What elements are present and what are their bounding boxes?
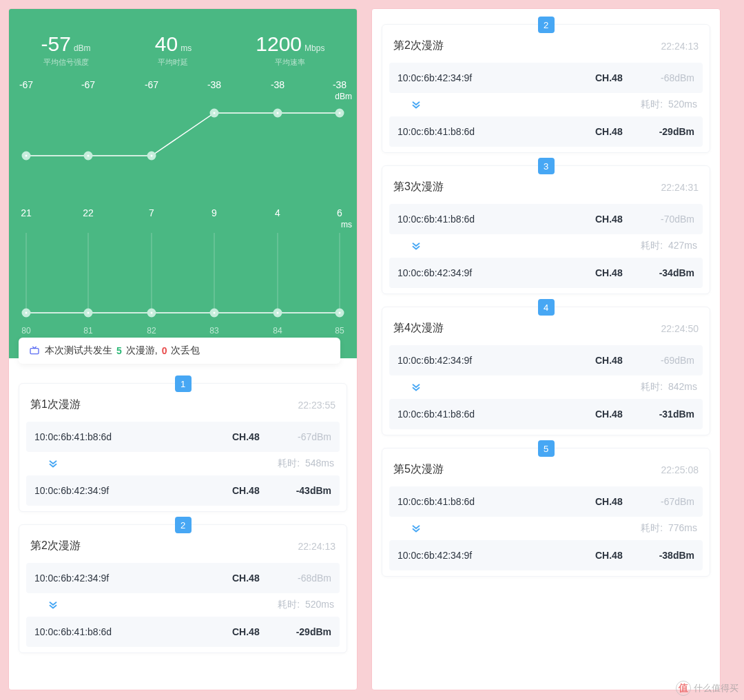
mac-address: 10:0c:6b:42:34:9f — [34, 573, 232, 584]
svg-text:4: 4 — [275, 207, 280, 218]
roam-title: 第4次漫游 — [393, 321, 444, 336]
watermark-logo-icon: 值 — [676, 681, 691, 696]
mac-address: 10:0c:6b:41:b8:6d — [34, 626, 232, 637]
stat-latency-value: 40 — [155, 32, 178, 55]
svg-text:-38: -38 — [271, 79, 285, 90]
channel: CH.48 — [232, 573, 282, 584]
stat-speed-value: 1200 — [256, 32, 302, 55]
channel: CH.48 — [595, 409, 645, 420]
mac-address: 10:0c:6b:42:34:9f — [397, 72, 595, 83]
svg-point-29 — [211, 310, 217, 316]
summary-prefix: 本次测试共发生 — [45, 344, 112, 357]
roam-from-row: 10:0c:6b:42:34:9fCH.48-68dBm — [389, 63, 703, 93]
channel: CH.48 — [232, 485, 282, 496]
chevron-down-icon — [410, 522, 422, 535]
roam-badge: 2 — [175, 517, 192, 533]
svg-text:-38: -38 — [207, 79, 221, 90]
stat-latency-unit: ms — [180, 43, 192, 53]
roam-time: 22:24:31 — [661, 182, 699, 193]
chart-area[interactable]: -67-67-67-38-38-38dBm21227946ms808182838… — [9, 73, 357, 335]
roam-time: 22:25:08 — [661, 464, 699, 475]
svg-text:7: 7 — [149, 207, 154, 218]
roam-badge: 5 — [538, 440, 555, 457]
roam-time: 22:24:13 — [298, 541, 336, 552]
roam-from-row: 10:0c:6b:41:b8:6dCH.48-70dBm — [389, 204, 703, 234]
signal-dbm: -31dBm — [645, 409, 694, 420]
mac-address: 10:0c:6b:41:b8:6d — [397, 126, 595, 137]
roam-title: 第2次漫游 — [30, 539, 81, 553]
signal-dbm: -68dBm — [282, 573, 331, 584]
roam-latency: 耗时: 520ms — [641, 99, 697, 111]
stat-signal-label: 平均信号强度 — [41, 57, 91, 68]
watermark: 值 什么值得买 — [676, 681, 738, 696]
channel: CH.48 — [595, 496, 645, 507]
summary-roam-label: 次漫游, — [126, 344, 158, 357]
signal-latency-chart[interactable]: -67-67-67-38-38-38dBm21227946ms808182838… — [9, 73, 357, 335]
channel: CH.48 — [595, 267, 645, 278]
roam-card[interactable]: 4第4次漫游22:24:5010:0c:6b:42:34:9fCH.48-69d… — [382, 307, 710, 435]
svg-point-9 — [149, 153, 154, 158]
roam-latency: 耗时: 842ms — [641, 381, 697, 393]
roam-card[interactable]: 3第3次漫游22:24:3110:0c:6b:41:b8:6dCH.48-70d… — [382, 165, 710, 294]
signal-dbm: -29dBm — [645, 126, 694, 137]
roam-transition: 耗时: 427ms — [382, 237, 710, 255]
roam-to-row: 10:0c:6b:41:b8:6dCH.48-29dBm — [26, 617, 340, 647]
signal-dbm: -70dBm — [645, 214, 694, 225]
summary-loss-count: 0 — [162, 345, 167, 356]
watermark-text: 什么值得买 — [694, 682, 738, 694]
mac-address: 10:0c:6b:42:34:9f — [397, 550, 595, 561]
roam-transition: 耗时: 520ms — [19, 596, 347, 614]
svg-point-8 — [85, 153, 91, 158]
svg-text:80: 80 — [21, 326, 31, 335]
roam-card[interactable]: 2第2次漫游22:24:1310:0c:6b:42:34:9fCH.48-68d… — [19, 524, 347, 653]
svg-rect-38 — [30, 349, 39, 354]
channel: CH.48 — [232, 626, 282, 637]
tv-icon — [28, 345, 41, 356]
roam-badge: 1 — [175, 375, 192, 392]
roam-badge: 3 — [538, 158, 555, 174]
channel: CH.48 — [595, 126, 645, 137]
roam-transition: 耗时: 520ms — [382, 96, 710, 114]
roam-card[interactable]: 5第5次漫游22:25:0810:0c:6b:41:b8:6dCH.48-67d… — [382, 448, 710, 577]
svg-text:84: 84 — [273, 326, 282, 335]
roam-card[interactable]: 1第1次漫游22:23:5510:0c:6b:41:b8:6dCH.48-67d… — [19, 383, 347, 512]
chevron-down-icon — [410, 99, 422, 111]
channel: CH.48 — [595, 72, 645, 83]
signal-dbm: -69dBm — [645, 355, 694, 366]
roam-title: 第2次漫游 — [393, 39, 444, 53]
roam-transition: 耗时: 842ms — [382, 378, 710, 396]
svg-text:21: 21 — [21, 207, 32, 218]
channel: CH.48 — [595, 214, 645, 225]
stat-signal: -57dBm 平均信号强度 — [41, 32, 91, 68]
svg-text:82: 82 — [147, 326, 156, 335]
svg-point-12 — [337, 110, 342, 116]
signal-dbm: -43dBm — [282, 485, 331, 496]
signal-dbm: -29dBm — [282, 626, 331, 637]
svg-point-26 — [23, 310, 29, 316]
roam-to-row: 10:0c:6b:42:34:9fCH.48-38dBm — [389, 540, 703, 570]
stats-row: -57dBm 平均信号强度 40ms 平均时延 1200Mbps 平均速率 — [9, 21, 357, 73]
stat-latency: 40ms 平均时延 — [155, 32, 192, 68]
svg-point-10 — [211, 110, 217, 116]
stats-chart-area: -57dBm 平均信号强度 40ms 平均时延 1200Mbps 平均速率 -6… — [9, 9, 357, 358]
right-panel: 2第2次漫游22:24:1310:0c:6b:42:34:9fCH.48-68d… — [371, 8, 721, 690]
summary-loss-label: 次丢包 — [171, 344, 200, 357]
svg-text:6: 6 — [337, 207, 342, 218]
signal-dbm: -67dBm — [282, 431, 331, 442]
roam-title: 第3次漫游 — [393, 180, 444, 194]
svg-point-11 — [275, 110, 280, 116]
right-roam-list[interactable]: 2第2次漫游22:24:1310:0c:6b:42:34:9fCH.48-68d… — [372, 9, 720, 596]
left-roam-list[interactable]: 1第1次漫游22:23:5510:0c:6b:41:b8:6dCH.48-67d… — [9, 358, 357, 672]
roam-time: 22:24:50 — [661, 323, 699, 334]
roam-time: 22:24:13 — [661, 41, 699, 52]
roam-from-row: 10:0c:6b:42:34:9fCH.48-68dBm — [26, 563, 340, 593]
roam-transition: 耗时: 776ms — [382, 519, 710, 537]
roam-card[interactable]: 2第2次漫游22:24:1310:0c:6b:42:34:9fCH.48-68d… — [382, 24, 710, 153]
mac-address: 10:0c:6b:42:34:9f — [397, 355, 595, 366]
svg-text:-67: -67 — [145, 79, 158, 90]
stat-signal-value: -57 — [41, 32, 71, 55]
summary-bar: 本次测试共发生 5 次漫游, 0 次丢包 — [19, 338, 340, 364]
roam-to-row: 10:0c:6b:41:b8:6dCH.48-29dBm — [389, 116, 703, 147]
roam-latency: 耗时: 427ms — [641, 240, 697, 252]
channel: CH.48 — [595, 550, 645, 561]
